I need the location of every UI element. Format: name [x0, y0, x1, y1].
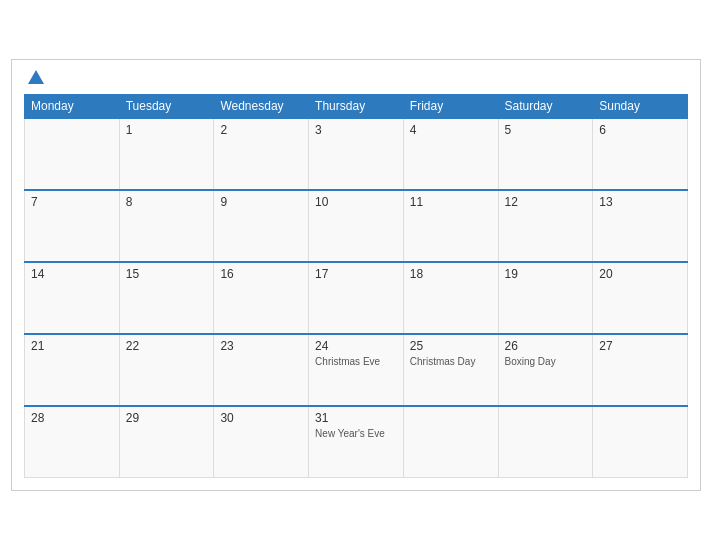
day-number: 13	[599, 195, 681, 209]
weekday-header-monday: Monday	[25, 94, 120, 118]
day-number: 6	[599, 123, 681, 137]
day-number: 28	[31, 411, 113, 425]
logo-triangle-icon	[28, 70, 44, 84]
weekday-header-row: MondayTuesdayWednesdayThursdayFridaySatu…	[25, 94, 688, 118]
day-number: 15	[126, 267, 208, 281]
calendar-cell: 30	[214, 406, 309, 478]
calendar-cell: 2	[214, 118, 309, 190]
calendar-cell	[593, 406, 688, 478]
calendar-header	[24, 70, 688, 84]
calendar-cell: 1	[119, 118, 214, 190]
calendar-cell: 19	[498, 262, 593, 334]
day-number: 24	[315, 339, 397, 353]
day-number: 9	[220, 195, 302, 209]
weekday-header-wednesday: Wednesday	[214, 94, 309, 118]
calendar-cell: 20	[593, 262, 688, 334]
calendar-cell: 26Boxing Day	[498, 334, 593, 406]
week-row-4: 28293031New Year's Eve	[25, 406, 688, 478]
calendar-cell: 8	[119, 190, 214, 262]
day-number: 20	[599, 267, 681, 281]
day-number: 14	[31, 267, 113, 281]
calendar-cell	[25, 118, 120, 190]
day-number: 4	[410, 123, 492, 137]
calendar-cell: 15	[119, 262, 214, 334]
day-number: 17	[315, 267, 397, 281]
weekday-header-thursday: Thursday	[309, 94, 404, 118]
day-number: 29	[126, 411, 208, 425]
calendar-cell: 14	[25, 262, 120, 334]
day-number: 12	[505, 195, 587, 209]
day-number: 7	[31, 195, 113, 209]
calendar-cell: 18	[403, 262, 498, 334]
day-number: 16	[220, 267, 302, 281]
day-number: 18	[410, 267, 492, 281]
calendar-cell: 5	[498, 118, 593, 190]
week-row-2: 14151617181920	[25, 262, 688, 334]
day-number: 23	[220, 339, 302, 353]
calendar-cell: 28	[25, 406, 120, 478]
weekday-header-tuesday: Tuesday	[119, 94, 214, 118]
week-row-0: 123456	[25, 118, 688, 190]
calendar-cell: 4	[403, 118, 498, 190]
day-number: 5	[505, 123, 587, 137]
day-number: 30	[220, 411, 302, 425]
holiday-label: Boxing Day	[505, 355, 587, 368]
day-number: 3	[315, 123, 397, 137]
day-number: 21	[31, 339, 113, 353]
day-number: 22	[126, 339, 208, 353]
calendar-cell: 7	[25, 190, 120, 262]
week-row-1: 78910111213	[25, 190, 688, 262]
day-number: 1	[126, 123, 208, 137]
day-number: 8	[126, 195, 208, 209]
calendar-cell: 24Christmas Eve	[309, 334, 404, 406]
holiday-label: New Year's Eve	[315, 427, 397, 440]
calendar-cell	[498, 406, 593, 478]
calendar-cell: 27	[593, 334, 688, 406]
calendar-cell: 31New Year's Eve	[309, 406, 404, 478]
day-number: 25	[410, 339, 492, 353]
calendar-cell: 3	[309, 118, 404, 190]
day-number: 11	[410, 195, 492, 209]
calendar-cell: 13	[593, 190, 688, 262]
calendar-cell: 23	[214, 334, 309, 406]
calendar-cell: 17	[309, 262, 404, 334]
holiday-label: Christmas Day	[410, 355, 492, 368]
calendar-container: MondayTuesdayWednesdayThursdayFridaySatu…	[11, 59, 701, 492]
calendar-cell: 29	[119, 406, 214, 478]
weekday-header-saturday: Saturday	[498, 94, 593, 118]
calendar-cell: 22	[119, 334, 214, 406]
calendar-cell: 12	[498, 190, 593, 262]
calendar-cell: 11	[403, 190, 498, 262]
calendar-cell: 25Christmas Day	[403, 334, 498, 406]
calendar-cell	[403, 406, 498, 478]
day-number: 31	[315, 411, 397, 425]
calendar-cell: 9	[214, 190, 309, 262]
day-number: 26	[505, 339, 587, 353]
day-number: 10	[315, 195, 397, 209]
weekday-header-friday: Friday	[403, 94, 498, 118]
day-number: 19	[505, 267, 587, 281]
calendar-cell: 16	[214, 262, 309, 334]
calendar-cell: 21	[25, 334, 120, 406]
weekday-header-sunday: Sunday	[593, 94, 688, 118]
calendar-cell: 6	[593, 118, 688, 190]
calendar-grid: MondayTuesdayWednesdayThursdayFridaySatu…	[24, 94, 688, 479]
day-number: 2	[220, 123, 302, 137]
day-number: 27	[599, 339, 681, 353]
calendar-cell: 10	[309, 190, 404, 262]
week-row-3: 21222324Christmas Eve25Christmas Day26Bo…	[25, 334, 688, 406]
logo	[24, 70, 44, 84]
holiday-label: Christmas Eve	[315, 355, 397, 368]
